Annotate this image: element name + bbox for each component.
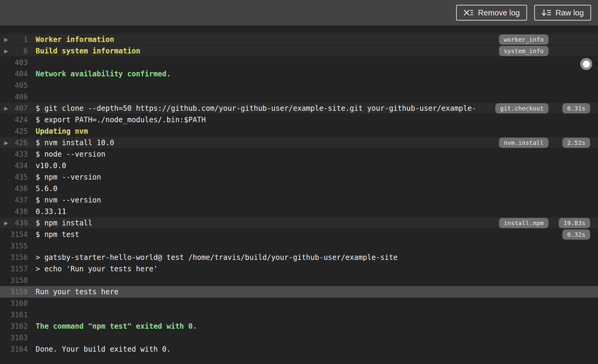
fold-toggle-icon[interactable]: ▶ <box>4 217 8 229</box>
line-number[interactable]: 3154 <box>0 230 28 239</box>
line-number[interactable]: 3156 <box>0 253 28 262</box>
fold-name-badge: git.checkout <box>495 103 549 113</box>
line-number[interactable]: 3159 <box>0 288 28 296</box>
raw-log-button[interactable]: Raw log <box>534 5 591 21</box>
line-text: Worker information <box>36 35 499 44</box>
line-text: v10.0.0 <box>36 161 548 170</box>
log-line: ▶ 407 $ git clone --depth=50 https://git… <box>0 103 598 114</box>
scroll-position-indicator[interactable] <box>580 58 592 70</box>
log-lines: ▶ 1 Worker information worker_info ▶ 6 B… <box>0 34 598 355</box>
duration-slot: 0.31s <box>548 103 590 113</box>
line-text: > echo 'Run your tests here' <box>36 265 548 273</box>
log-line: ▶ 3160 <box>0 298 598 309</box>
line-number[interactable]: 3160 <box>0 299 28 308</box>
log-line: ▶ 424 $ export PATH=./node_modules/.bin:… <box>0 114 598 126</box>
line-number[interactable]: 425 <box>0 127 28 136</box>
remove-log-label: Remove log <box>478 8 520 18</box>
line-text: $ nvm install 10.0 <box>36 139 499 147</box>
line-number[interactable]: 436 <box>0 184 28 193</box>
line-number[interactable]: 3164 <box>0 345 28 353</box>
fold-name-badge: nvm.install <box>499 138 548 148</box>
line-text: $ git clone --depth=50 https://github.co… <box>36 104 495 113</box>
line-text: 0.33.11 <box>36 207 548 216</box>
line-text: The command "npm test" exited with 0. <box>36 322 548 330</box>
line-text: 5.6.0 <box>36 184 548 193</box>
log-line: ▶ 438 0.33.11 <box>0 206 598 217</box>
remove-log-button[interactable]: Remove log <box>456 5 527 21</box>
log-line: ▶ 437 $ nvm --version <box>0 194 598 206</box>
line-number[interactable]: 433 <box>0 150 28 158</box>
log-line: ▶ 3161 <box>0 309 598 321</box>
line-number[interactable]: 435 <box>0 173 28 181</box>
log-line: ▶ 435 $ npm --version <box>0 171 598 183</box>
line-text: $ nvm --version <box>36 196 548 204</box>
remove-log-icon <box>463 9 474 17</box>
line-number[interactable]: 424 <box>0 116 28 124</box>
log-line: ▶ 6 Build system information system_info <box>0 45 598 57</box>
line-text: Done. Your build exited with 0. <box>36 345 548 353</box>
fold-name-badge: worker_info <box>499 34 548 45</box>
line-text: Run your tests here <box>36 288 548 296</box>
fold-name-badge: system_info <box>499 46 548 56</box>
line-text: $ npm --version <box>36 173 548 181</box>
line-text: $ npm test <box>36 230 548 239</box>
log-line: ▶ 403 <box>0 57 598 68</box>
line-number[interactable]: 3158 <box>0 276 28 285</box>
line-number[interactable]: 434 <box>0 161 28 170</box>
log-line: ▶ 3154 $ npm test 0.32s <box>0 229 598 240</box>
fold-toggle-icon[interactable]: ▶ <box>4 103 8 114</box>
line-number[interactable]: 403 <box>0 58 28 67</box>
line-text: $ npm install <box>36 219 499 227</box>
line-number[interactable]: 3157 <box>0 265 28 273</box>
raw-log-icon <box>542 9 551 17</box>
line-text: Network availability confirmed. <box>36 70 548 78</box>
log-line: ▶ 3157 > echo 'Run your tests here' <box>0 263 598 275</box>
log-line: ▶ 425 Updating nvm <box>0 126 598 137</box>
line-number[interactable]: 405 <box>0 81 28 90</box>
line-number[interactable]: 404 <box>0 70 28 78</box>
log-line: ▶ 1 Worker information worker_info <box>0 34 598 45</box>
line-number[interactable]: 3162 <box>0 322 28 330</box>
line-text: Updating nvm <box>36 127 548 136</box>
log-line: ▶ 3158 <box>0 275 598 286</box>
build-log: ▶ 1 Worker information worker_info ▶ 6 B… <box>0 25 598 364</box>
log-line: ▶ 3164 Done. Your build exited with 0. <box>0 343 598 355</box>
log-toolbar: Remove log Raw log <box>0 0 598 25</box>
log-line: ▶ 434 v10.0.0 <box>0 160 598 171</box>
log-line: ▶ 3159 Run your tests here <box>0 286 598 298</box>
line-text: $ node --version <box>36 150 548 158</box>
log-line: ▶ 3156 > gatsby-starter-hello-world@ tes… <box>0 252 598 263</box>
fold-toggle-icon[interactable]: ▶ <box>4 45 8 57</box>
duration-badge: 2.52s <box>562 138 590 148</box>
line-text: > gatsby-starter-hello-world@ test /home… <box>36 253 548 262</box>
log-line: ▶ 433 $ node --version <box>0 148 598 160</box>
duration-badge: 19.83s <box>559 218 590 228</box>
fold-toggle-icon[interactable]: ▶ <box>4 137 8 148</box>
log-line: ▶ 439 $ npm install install.npm 19.83s <box>0 217 598 229</box>
line-number[interactable]: 437 <box>0 196 28 204</box>
log-line: ▶ 436 5.6.0 <box>0 183 598 194</box>
log-line: ▶ 406 <box>0 91 598 103</box>
line-number[interactable]: 406 <box>0 93 28 101</box>
fold-toggle-icon[interactable]: ▶ <box>4 34 8 45</box>
log-line: ▶ 3155 <box>0 240 598 252</box>
line-number[interactable]: 3163 <box>0 334 28 342</box>
duration-badge: 0.32s <box>562 229 590 240</box>
line-text: Build system information <box>36 47 499 55</box>
line-number[interactable]: 3155 <box>0 242 28 250</box>
raw-log-label: Raw log <box>555 8 584 18</box>
line-number[interactable]: 438 <box>0 207 28 216</box>
duration-slot: 19.83s <box>548 218 590 228</box>
log-line: ▶ 405 <box>0 80 598 91</box>
line-text: $ export PATH=./node_modules/.bin:$PATH <box>36 116 548 124</box>
log-line: ▶ 426 $ nvm install 10.0 nvm.install 2.5… <box>0 137 598 148</box>
scroll-position-dot-icon <box>583 61 590 68</box>
log-line: ▶ 404 Network availability confirmed. <box>0 68 598 80</box>
line-number[interactable]: 3161 <box>0 311 28 319</box>
duration-slot: 2.52s <box>548 138 590 148</box>
log-line: ▶ 3162 The command "npm test" exited wit… <box>0 321 598 332</box>
duration-badge: 0.31s <box>562 103 590 113</box>
duration-slot: 0.32s <box>548 229 590 240</box>
fold-name-badge: install.npm <box>499 218 548 228</box>
log-line: ▶ 3163 <box>0 332 598 343</box>
